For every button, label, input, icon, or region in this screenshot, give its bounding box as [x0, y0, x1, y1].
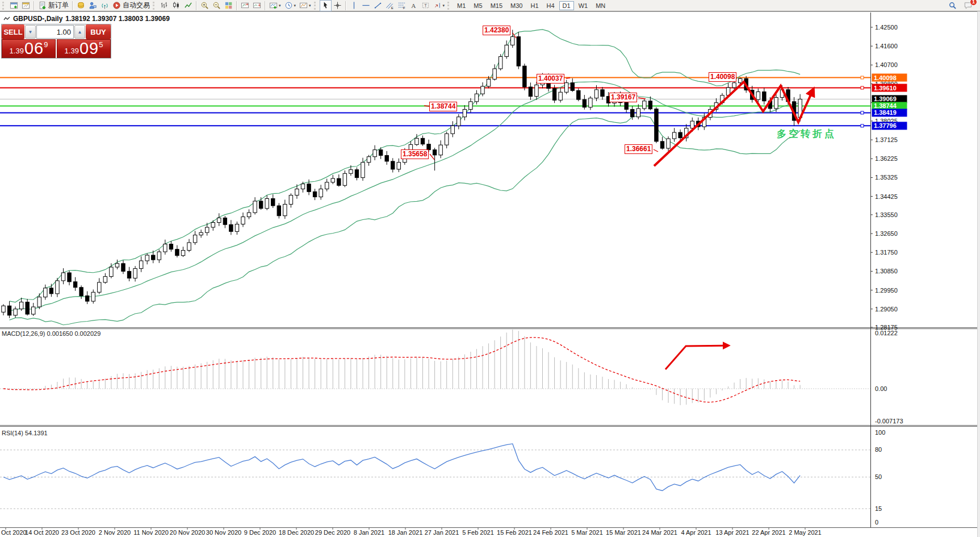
toolbar-grip: [2, 2, 6, 10]
new-chart-icon[interactable]: [8, 0, 20, 11]
history-icon[interactable]: [75, 0, 87, 11]
volume-down-button[interactable]: ▼: [25, 25, 36, 39]
indicators-icon[interactable]: ▾: [267, 0, 283, 11]
autotrading-icon[interactable]: 自动交易: [111, 0, 152, 11]
autotrading-label: 自动交易: [123, 1, 150, 10]
svg-text:1.40098: 1.40098: [874, 74, 897, 81]
experts-icon[interactable]: [87, 0, 99, 11]
price-annotation-box[interactable]: 1.36661: [625, 144, 652, 154]
chevron-down-icon[interactable]: ▾: [309, 3, 311, 8]
sell-price-sup: 9: [44, 41, 48, 48]
cursor-icon[interactable]: [320, 0, 332, 11]
profiles-icon[interactable]: [20, 0, 32, 11]
hline-icon[interactable]: [360, 0, 372, 11]
templates-icon[interactable]: ▾: [298, 0, 313, 11]
chart-title: GBPUSD-,Daily 1.38192 1.39307 1.38003 1.…: [3, 15, 170, 23]
svg-text:0: 0: [875, 519, 878, 526]
window-edge: [977, 11, 980, 537]
symbol-ohlc: 1.38192 1.39307 1.38003 1.39069: [65, 15, 170, 23]
sell-button[interactable]: SELL: [2, 24, 24, 39]
buy-price-sup: 5: [99, 41, 103, 48]
bars-icon[interactable]: [158, 0, 170, 11]
timeframe-button-w1[interactable]: W1: [575, 1, 592, 10]
vline-icon[interactable]: [348, 0, 360, 11]
timeframe-button-d1[interactable]: D1: [559, 1, 574, 10]
search-icon[interactable]: [947, 0, 958, 11]
linechart-icon[interactable]: [182, 0, 194, 11]
timeframe-button-h4[interactable]: H4: [543, 1, 558, 10]
chevron-down-icon[interactable]: ▾: [443, 3, 445, 8]
chart-canvas[interactable]: 1.425001.416001.407001.398001.389001.380…: [0, 11, 980, 537]
price-annotation-box[interactable]: 1.42380: [483, 26, 510, 35]
trendline-icon[interactable]: [372, 0, 384, 11]
toolbar-grip: [153, 2, 156, 10]
zoom-out-icon[interactable]: [211, 0, 223, 11]
svg-text:15: 15: [875, 505, 882, 512]
svg-text:20 Nov 2020: 20 Nov 2020: [170, 529, 205, 536]
price-annotation-box[interactable]: 1.39167: [609, 93, 637, 102]
candles-icon[interactable]: [170, 0, 182, 11]
svg-text:2 Nov 2020: 2 Nov 2020: [99, 529, 131, 536]
fibo-icon[interactable]: F: [396, 0, 408, 11]
svg-text:1.38744: 1.38744: [874, 102, 897, 109]
sell-price-button[interactable]: 1.39 06 9: [2, 39, 56, 58]
arrows-icon[interactable]: ▾: [432, 0, 447, 11]
svg-text:18 Jan 2021: 18 Jan 2021: [388, 529, 423, 536]
timeframe-button-m5[interactable]: M5: [470, 1, 485, 10]
svg-text:1.29950: 1.29950: [875, 287, 898, 294]
turning-point-note[interactable]: 多空转折点: [777, 127, 836, 140]
svg-text:1.36225: 1.36225: [875, 155, 898, 162]
svg-text:1.32650: 1.32650: [875, 230, 898, 237]
sell-price-small: 1.39: [10, 45, 24, 57]
svg-text:2 May 2021: 2 May 2021: [789, 529, 821, 536]
timeframe-button-m30[interactable]: M30: [507, 1, 526, 10]
channel-icon[interactable]: E: [384, 0, 396, 11]
price-annotation-box[interactable]: 1.40037: [537, 74, 564, 84]
svg-text:30 Nov 2020: 30 Nov 2020: [206, 529, 241, 536]
timeframe-button-h1[interactable]: H1: [527, 1, 542, 10]
new-order-icon[interactable]: 新订单: [36, 0, 70, 11]
chevron-down-icon[interactable]: ▾: [279, 3, 281, 8]
svg-text:1.37796: 1.37796: [874, 122, 897, 129]
svg-text:15 Feb 2021: 15 Feb 2021: [497, 529, 532, 536]
svg-text:-0.007173: -0.007173: [875, 418, 903, 424]
svg-text:50: 50: [875, 473, 882, 480]
label-icon[interactable]: T: [420, 0, 432, 11]
svg-text:1.29050: 1.29050: [875, 306, 898, 313]
chart-shift-icon[interactable]: [239, 0, 251, 11]
svg-text:11 Nov 2020: 11 Nov 2020: [133, 529, 169, 536]
notifications-icon[interactable]: 1: [962, 0, 974, 11]
toolbar-separator: [345, 1, 346, 10]
chevron-down-icon[interactable]: ▾: [294, 3, 296, 8]
svg-text:80: 80: [875, 446, 882, 453]
toolbar-grip: [447, 2, 451, 10]
toolbar-separator: [265, 1, 266, 10]
toolbar-separator: [33, 1, 35, 10]
svg-text:1.34425: 1.34425: [875, 193, 898, 200]
svg-text:22 Apr 2021: 22 Apr 2021: [752, 529, 785, 536]
toolbar-separator: [196, 1, 197, 10]
chart-autoscroll-icon[interactable]: [251, 0, 263, 11]
timeframe-button-m15[interactable]: M15: [487, 1, 506, 10]
timeframe-button-m1[interactable]: M1: [454, 1, 469, 10]
svg-text:29 Dec 2020: 29 Dec 2020: [315, 529, 350, 536]
signal-icon[interactable]: [99, 0, 111, 11]
price-annotation-box[interactable]: 1.40098: [709, 72, 736, 82]
notifications-badge: 1: [970, 0, 977, 6]
buy-price-button[interactable]: 1.39 09 5: [57, 39, 111, 58]
volume-input[interactable]: 1.00: [36, 25, 74, 39]
tiles-icon[interactable]: [223, 0, 234, 11]
macd-label: MACD(12,26,9) 0.001650 0.002029: [2, 330, 100, 337]
price-annotation-box[interactable]: 1.38744: [429, 102, 457, 111]
crosshair-icon[interactable]: [332, 0, 344, 11]
zoom-in-icon[interactable]: [199, 0, 211, 11]
rsi-label: RSI(14) 54.1391: [2, 430, 48, 436]
price-annotation-box[interactable]: 1.35658: [401, 149, 429, 159]
svg-text:1.39610: 1.39610: [874, 85, 897, 91]
timeframe-button-mn[interactable]: MN: [592, 1, 609, 10]
periods-icon[interactable]: ▾: [283, 0, 298, 11]
text-icon[interactable]: A: [408, 0, 420, 11]
buy-button[interactable]: BUY: [86, 24, 111, 39]
svg-text:9 Dec 2020: 9 Dec 2020: [244, 529, 276, 536]
volume-up-button[interactable]: ▲: [74, 25, 85, 39]
